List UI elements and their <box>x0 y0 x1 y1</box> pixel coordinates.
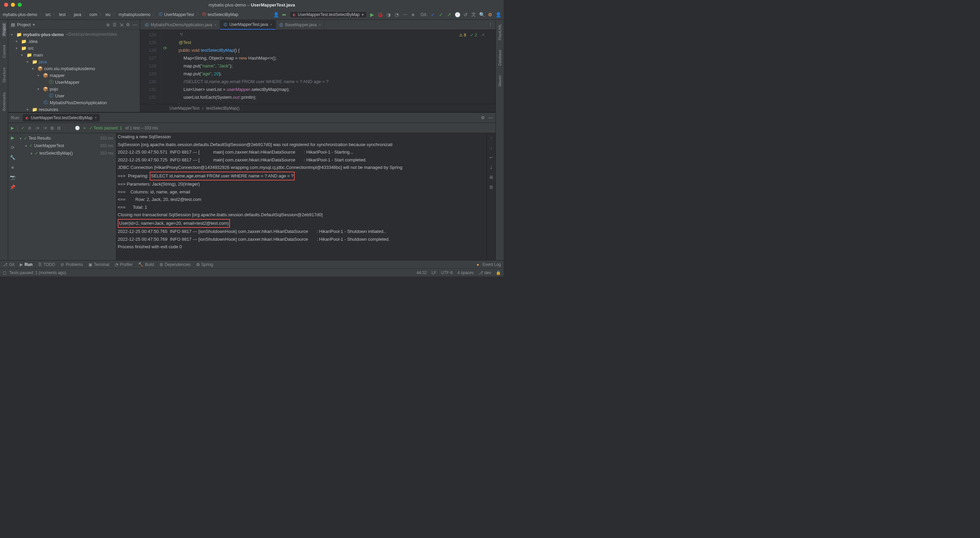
tree-node[interactable]: ▾📁main <box>8 51 140 58</box>
select-opened-file-icon[interactable]: ⊕ <box>106 22 110 27</box>
test-history-icon[interactable]: 🕘 <box>75 126 80 131</box>
toggle-auto-icon[interactable]: ⟳ <box>11 145 14 150</box>
search-icon[interactable]: 🔍 <box>479 12 485 18</box>
editor-breadcrumb[interactable]: UserMapperTest›testSelectByMap() <box>140 104 495 112</box>
editor-tab[interactable]: ⒸMybatisPlusDemoApplication.java× <box>142 20 220 30</box>
test-results-tree[interactable]: ▾✓Test Results333 ms▾✓UserMapperTest333 … <box>17 133 116 260</box>
event-log-button[interactable]: Event Log <box>482 262 501 267</box>
attach-icon[interactable]: ⋯ <box>402 12 408 18</box>
clear-icon[interactable]: 🗑 <box>489 185 493 190</box>
bottom-git[interactable]: ⎇Git <box>3 262 14 267</box>
scroll-down-icon[interactable]: ↓ <box>490 145 492 150</box>
bottom-run[interactable]: ▶Run <box>20 262 32 267</box>
tool-project[interactable]: Project <box>2 22 6 37</box>
tree-node[interactable]: ⒾUserMapper <box>8 79 140 85</box>
run-settings-icon[interactable]: ⚙ <box>481 115 485 120</box>
back-icon[interactable]: ⬅ <box>282 12 287 18</box>
test-node[interactable]: ▾✓testSelectByMap()333 ms <box>17 150 116 157</box>
test-node[interactable]: ▾✓UserMapperTest333 ms <box>17 142 116 150</box>
code-editor[interactable]: 124125126127128129130131132133 ⟳ */ @Tes… <box>140 30 495 104</box>
soft-wrap-icon[interactable]: ↩ <box>489 155 493 160</box>
git-commit-icon[interactable]: ✓ <box>438 12 444 18</box>
git-update-icon[interactable]: ✓ <box>430 12 436 18</box>
panel-settings-icon[interactable]: ⚙ <box>126 22 130 27</box>
show-passed-icon[interactable]: ✓ <box>21 126 24 131</box>
minimize-window-button[interactable] <box>11 3 15 7</box>
close-window-button[interactable] <box>4 3 8 7</box>
wrench-icon[interactable]: 🔧 <box>10 155 15 160</box>
status-icon[interactable]: ▢ <box>3 270 6 275</box>
rerun-button-icon[interactable]: ▶ <box>11 135 14 140</box>
collapse-all-icon[interactable]: ⇲ <box>119 22 123 27</box>
tool-structure[interactable]: Structure <box>2 66 6 84</box>
maximize-window-button[interactable] <box>18 3 22 7</box>
tool-commit[interactable]: Commit <box>2 43 6 59</box>
tool-bookmarks[interactable]: Bookmarks <box>2 91 6 112</box>
git-branch[interactable]: ⎇ dev <box>479 270 491 275</box>
bottom-dependencies[interactable]: ⊞Dependencies <box>159 262 191 267</box>
scroll-to-end-icon[interactable]: ⤓ <box>489 165 493 170</box>
tree-node[interactable]: ▾📁src <box>8 45 140 51</box>
tool-database[interactable]: Database <box>498 48 502 67</box>
tool-plantuml[interactable]: PlantUML <box>498 22 502 42</box>
translate-icon[interactable]: 文 <box>471 12 476 18</box>
run-tab[interactable]: ⬖UserMapperTest.testSelectByMap× <box>23 114 99 121</box>
rerun-icon[interactable]: ▶ <box>11 126 14 131</box>
line-separator[interactable]: LF <box>431 270 436 275</box>
tree-node[interactable]: ▾📦pojo <box>8 85 140 92</box>
tree-node[interactable]: ⒸMybatisPlusDemoApplication <box>8 99 140 106</box>
git-push-icon[interactable]: ↗ <box>447 12 452 18</box>
coverage-icon[interactable]: ◑ <box>386 12 391 18</box>
debug-icon[interactable]: 🐞 <box>378 12 383 18</box>
test-node[interactable]: ▾✓Test Results333 ms <box>17 134 116 142</box>
code-content[interactable]: */ @Test public void testSelectByMap() {… <box>169 30 495 104</box>
file-encoding[interactable]: UTF-8 <box>441 270 453 275</box>
avatar-icon[interactable]: 👤 <box>495 12 501 18</box>
stop-icon[interactable]: ■ <box>410 12 416 18</box>
tool-maven[interactable]: Maven <box>498 74 502 88</box>
bottom-todo[interactable]: ☰TODO <box>38 262 55 267</box>
caret-position[interactable]: 44:32 <box>417 270 427 275</box>
tree-node[interactable]: ▾📁java <box>8 58 140 65</box>
git-rollback-icon[interactable]: ↺ <box>463 12 468 18</box>
camera-icon[interactable]: 📷 <box>10 175 15 180</box>
bottom-build[interactable]: 🔨Build <box>138 262 154 267</box>
expand-all-icon[interactable]: ☰ <box>113 22 117 27</box>
breadcrumb[interactable]: mybatis-plus-demo〉src〉test〉java〉com〉xiu〉… <box>3 11 238 18</box>
project-tree[interactable]: ▾📁 mybatis-plus-demo ~/Desktop/developme… <box>8 30 140 112</box>
git-history-icon[interactable]: 🕘 <box>455 12 460 18</box>
indent-info[interactable]: 4 spaces <box>457 270 474 275</box>
collapse-icon[interactable]: ⊟ <box>57 126 60 131</box>
tree-node[interactable]: ▾📦mapper <box>8 72 140 79</box>
run-configuration-selector[interactable]: ⬖UserMapperTest.testSelectByMap▾ <box>290 11 366 18</box>
sort-icon[interactable]: ↓≡ <box>35 126 39 131</box>
show-ignored-icon[interactable]: ⊘ <box>28 126 31 131</box>
ide-settings-icon[interactable]: ⚙ <box>487 12 493 18</box>
scroll-up-icon[interactable]: ↑ <box>490 135 492 140</box>
bottom-problems[interactable]: ⊘Problems <box>60 262 83 267</box>
stop-button-icon[interactable]: ■ <box>11 165 14 170</box>
editor-tabs-more-icon[interactable]: ⋮ <box>488 22 493 27</box>
inspection-indicator[interactable]: ⚠ 8 ✓ 2 ㅅ <box>459 32 485 38</box>
print-icon[interactable]: 🖶 <box>489 175 493 180</box>
bottom-terminal[interactable]: ▣Terminal <box>89 262 109 267</box>
bottom-spring[interactable]: ✿Spring <box>196 262 213 267</box>
hide-panel-icon[interactable]: — <box>133 22 137 27</box>
expand-icon[interactable]: ⊞ <box>50 126 54 131</box>
lock-icon[interactable]: 🔒 <box>496 270 501 275</box>
tree-node[interactable]: ▾📦com.xiu.mybatisplusdemo <box>8 65 140 72</box>
run-icon[interactable]: ▶ <box>369 12 375 18</box>
tree-node[interactable]: ▾📁resources <box>8 106 140 112</box>
sort2-icon[interactable]: ↑≡ <box>43 126 47 131</box>
tree-node[interactable]: ⒸUser <box>8 92 140 99</box>
editor-tab[interactable]: ⒸUserMapperTest.java× <box>220 20 276 30</box>
console-output[interactable]: Creating a new SqlSessionSqlSession [org… <box>116 133 487 260</box>
pin-icon[interactable]: 📌 <box>10 185 15 190</box>
run-hide-icon[interactable]: — <box>488 115 493 120</box>
tree-node[interactable]: ▾📁.idea <box>8 38 140 45</box>
profile-icon[interactable]: ◔ <box>394 12 399 18</box>
user-icon[interactable]: 👤 <box>273 12 279 18</box>
bottom-profiler[interactable]: ◔Profiler <box>115 262 133 267</box>
tree-root[interactable]: ▾📁 mybatis-plus-demo ~/Desktop/developme… <box>8 31 140 38</box>
editor-tab[interactable]: ⒸBaseMapper.java× <box>276 20 325 30</box>
